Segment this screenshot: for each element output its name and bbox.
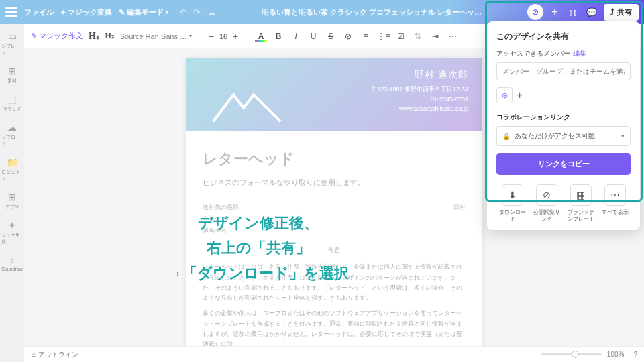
- sidebar-item-elements[interactable]: ⊞素材: [1, 63, 23, 87]
- undo-icon[interactable]: ↶: [179, 7, 186, 17]
- mountain-logo-icon: [207, 84, 287, 125]
- edit-members-link[interactable]: 編集: [573, 50, 586, 57]
- share-panel-title: このデザインを共有: [496, 31, 631, 42]
- zoom-value[interactable]: 100%: [607, 351, 625, 358]
- indent-button[interactable]: ⇥: [429, 32, 441, 41]
- align-button[interactable]: ≡: [360, 32, 372, 41]
- sender-website: www.subarashiisaito.co.jp: [371, 104, 468, 113]
- sidebar-item-magic[interactable]: ✦ジック生成: [1, 217, 23, 248]
- edit-mode-dropdown[interactable]: 編集モード: [119, 7, 168, 17]
- magic-swap-button[interactable]: マジック変換: [60, 7, 112, 17]
- zoom-thumb-icon[interactable]: [572, 351, 579, 358]
- projects-icon: 📁: [7, 157, 18, 168]
- body-paragraph[interactable]: 多くの企業や個人は、ワープロまたはその他のソフトウェアアプリケーションを使ってレ…: [203, 308, 466, 346]
- sidebar-item-apps[interactable]: ⊞アプリ: [1, 189, 23, 213]
- strikethrough-button[interactable]: S: [325, 32, 337, 41]
- bottom-bar: アウトライン 100% ?: [24, 346, 644, 362]
- sidebar-item-upload[interactable]: ☁ップロード: [1, 119, 23, 150]
- music-icon: ♪: [10, 255, 15, 265]
- checklist-button[interactable]: ☑: [394, 32, 407, 41]
- add-link-icon[interactable]: +: [517, 89, 523, 101]
- brand-icon: ⬚: [8, 94, 17, 105]
- help-icon[interactable]: ?: [633, 351, 637, 358]
- underline-button[interactable]: U: [307, 32, 319, 41]
- download-action[interactable]: ⬇ダウンロード: [496, 184, 528, 223]
- sender-name: 野村 進次郎: [371, 67, 468, 82]
- font-selector[interactable]: Source Han Sans …: [120, 32, 192, 40]
- date-label: 日付: [453, 202, 466, 213]
- more-icon[interactable]: ⋯: [447, 32, 459, 41]
- analytics-icon[interactable]: ⫿⫿: [566, 5, 580, 19]
- size-minus-button[interactable]: −: [206, 31, 217, 42]
- doc-subheading[interactable]: ビジネスのフォーマルなやり取りに使用します。: [203, 176, 466, 189]
- download-icon: ⬇: [502, 184, 523, 206]
- redo-icon[interactable]: ↷: [193, 7, 201, 17]
- access-level-dropdown[interactable]: あなただけがアクセス可能: [496, 126, 631, 146]
- magic-write-button[interactable]: マジック作文: [31, 31, 83, 41]
- public-link-action[interactable]: ⊘公開閲覧リンク: [531, 184, 562, 223]
- brand-template-action[interactable]: ▦ブランドテンプレート: [565, 184, 596, 223]
- sidebar-item-brand[interactable]: ⬚ブランド: [1, 91, 23, 115]
- doc-heading[interactable]: レターヘッド: [203, 146, 466, 171]
- font-size-value[interactable]: 16: [219, 32, 227, 40]
- share-button[interactable]: 共有: [604, 4, 639, 21]
- history-controls: ↶ ↷ ☁: [179, 7, 216, 17]
- separator: [248, 30, 248, 42]
- more-icon: ⋯: [604, 184, 626, 206]
- comment-icon[interactable]: 💬: [585, 5, 598, 19]
- left-sidebar: ▭ンプレート ⊞素材 ⬚ブランド ☁ップロード 📁ロジェクト ⊞アプリ ✦ジック…: [0, 24, 24, 362]
- sidebar-item-soundraw[interactable]: ♪Soundraw: [1, 252, 23, 274]
- copy-link-button[interactable]: リンクをコピー: [496, 153, 631, 175]
- add-members-input[interactable]: [496, 62, 631, 80]
- hamburger-icon[interactable]: [5, 7, 17, 17]
- document-title[interactable]: 明るい青と明るい紫 クラシック プロフェッショナル レターヘッ…: [223, 7, 521, 17]
- document-page[interactable]: 野村 進次郎 〒123-4567 東野市西平５丁目12-34 01-2345-6…: [186, 58, 482, 346]
- cloud-sync-icon[interactable]: ☁: [207, 7, 216, 17]
- link-icon[interactable]: ⊘: [527, 4, 543, 20]
- upload-icon: ☁: [7, 122, 17, 133]
- link-button[interactable]: ⊘: [342, 32, 354, 41]
- collab-link-label: コラボレーションリンク: [496, 113, 631, 122]
- separator: [199, 30, 199, 42]
- sidebar-item-templates[interactable]: ▭ンプレート: [1, 28, 23, 59]
- sidebar-item-projects[interactable]: 📁ロジェクト: [1, 154, 23, 185]
- magic-icon: ✦: [8, 220, 16, 231]
- show-all-action[interactable]: ⋯すべて表示: [599, 184, 631, 223]
- public-link-icon: ⊘: [536, 184, 557, 206]
- file-menu[interactable]: ファイル: [24, 7, 54, 17]
- template-icon: ▭: [8, 31, 17, 42]
- share-panel: このデザインを共有 アクセスできるメンバー編集 ⊘ + コラボレーションリンク …: [487, 21, 640, 230]
- list-button[interactable]: ⋮≡: [377, 32, 389, 41]
- italic-button[interactable]: I: [290, 32, 302, 41]
- bold-button[interactable]: B: [272, 32, 284, 41]
- text-color-button[interactable]: A: [255, 32, 267, 41]
- top-bar: ファイル マジック変換 編集モード ↶ ↷ ☁ 明るい青と明るい紫 クラシック …: [0, 0, 644, 24]
- letterhead-header: 野村 進次郎 〒123-4567 東野市西平５丁目12-34 01-2345-6…: [186, 58, 482, 131]
- spacing-button[interactable]: ⇅: [412, 32, 424, 41]
- apps-icon: ⊞: [8, 192, 16, 202]
- brand-template-icon: ▦: [570, 184, 592, 206]
- zoom-slider[interactable]: [541, 353, 602, 355]
- sender-info: 野村 進次郎 〒123-4567 東野市西平５丁目12-34 01-2345-6…: [371, 67, 468, 122]
- members-label: アクセスできるメンバー編集: [496, 49, 631, 58]
- font-size-stepper: − 16 +: [206, 31, 241, 42]
- size-plus-button[interactable]: +: [230, 31, 241, 42]
- add-icon[interactable]: +: [549, 6, 561, 18]
- heading1-button[interactable]: H₁: [89, 30, 100, 42]
- outline-button[interactable]: アウトライン: [31, 350, 78, 359]
- sender-phone: 01-2345-6789: [371, 95, 468, 104]
- share-actions-row: ⬇ダウンロード ⊘公開閲覧リンク ▦ブランドテンプレート ⋯すべて表示: [496, 184, 631, 223]
- elements-icon: ⊞: [8, 66, 16, 76]
- sender-address: 〒123-4567 東野市西平５丁目12-34: [371, 84, 468, 94]
- link-chip-icon[interactable]: ⊘: [496, 87, 513, 103]
- tutorial-overlay-text: デザイン修正後、 右上の「共有」 →「ダウンロード」を選択: [168, 210, 349, 286]
- heading2-button[interactable]: H₂: [105, 31, 115, 41]
